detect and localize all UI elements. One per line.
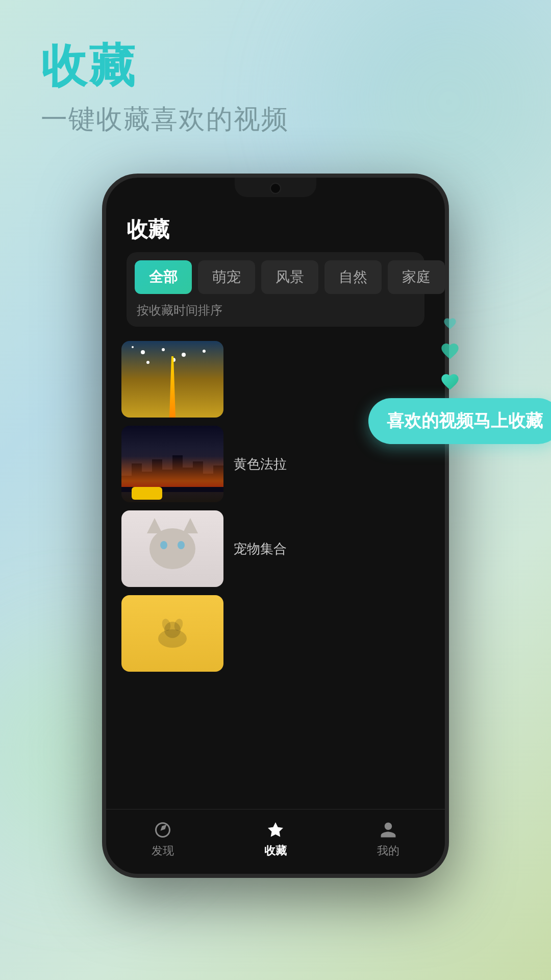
toast-text: 喜欢的视频马上收藏	[387, 411, 543, 430]
cat-eye-right	[178, 541, 185, 549]
main-title: 收藏	[41, 41, 289, 91]
city-taxi	[132, 487, 162, 500]
nav-profile[interactable]: 我的	[332, 820, 445, 859]
category-panel: 全部 萌宠 风景 自然 家庭 按收藏时间排序	[127, 252, 424, 327]
screen-content: 收藏 全部 萌宠 风景 自然 家庭 按收藏时间排序	[106, 203, 445, 874]
video-item-4[interactable]	[106, 595, 445, 672]
cat-eye-left	[160, 541, 167, 549]
cat-bg	[121, 510, 223, 587]
tab-nature[interactable]: 自然	[324, 260, 382, 294]
app-header-title: 收藏	[127, 215, 424, 244]
phone-frame: 收藏 全部 萌宠 风景 自然 家庭 按收藏时间排序	[102, 174, 449, 878]
dog-bg	[121, 595, 223, 672]
subtitle: 一键收藏喜欢的视频	[41, 102, 289, 137]
eiffel-tower	[167, 356, 178, 418]
compass-icon	[153, 820, 173, 840]
video-info-2: 黄色法拉	[234, 455, 430, 473]
nav-discover-label: 发现	[152, 843, 174, 859]
phone-screen: 收藏 全部 萌宠 风景 自然 家庭 按收藏时间排序	[106, 178, 445, 874]
category-tabs: 全部 萌宠 风景 自然 家庭	[135, 260, 416, 294]
cat-face	[149, 528, 195, 569]
phone-mockup: 收藏 全部 萌宠 风景 自然 家庭 按收藏时间排序	[102, 174, 449, 878]
video-thumb-dog	[121, 595, 223, 672]
video-item-3[interactable]: 宠物集合	[106, 510, 445, 587]
nav-discover[interactable]: 发现	[106, 820, 219, 859]
video-thumb-eiffel	[121, 341, 223, 418]
cat-eyes	[160, 541, 185, 549]
heart-medium-1	[439, 341, 461, 361]
tab-scenery[interactable]: 风景	[261, 260, 318, 294]
nav-profile-label: 我的	[377, 843, 399, 859]
video-thumb-city	[121, 426, 223, 502]
person-icon	[378, 820, 398, 840]
sort-label: 按收藏时间排序	[135, 302, 416, 318]
video-title-3: 宠物集合	[234, 540, 430, 558]
tab-pets[interactable]: 萌宠	[198, 260, 255, 294]
star-icon	[265, 820, 286, 840]
dog-silhouette	[152, 616, 193, 651]
tab-all[interactable]: 全部	[135, 260, 192, 294]
video-thumb-cat	[121, 510, 223, 587]
nav-favorites-label: 收藏	[264, 843, 287, 859]
video-title-2: 黄色法拉	[234, 455, 430, 473]
tab-family[interactable]: 家庭	[388, 260, 445, 294]
phone-notch	[235, 178, 316, 197]
heart-medium-2	[439, 372, 461, 392]
city-bg	[121, 426, 223, 502]
bottom-nav: 发现 收藏	[106, 809, 445, 874]
city-lights	[121, 456, 223, 487]
title-section: 收藏 一键收藏喜欢的视频	[41, 41, 289, 137]
nav-favorites[interactable]: 收藏	[219, 820, 332, 859]
cat-ear-left	[147, 518, 162, 533]
toast-bubble: 喜欢的视频马上收藏	[368, 398, 551, 444]
cat-ear-right	[183, 518, 198, 533]
stars	[132, 346, 134, 348]
app-header: 收藏	[106, 203, 445, 252]
heart-small-1	[442, 316, 458, 331]
video-info-3: 宠物集合	[234, 540, 430, 558]
phone-camera	[270, 183, 281, 194]
eiffel-bg	[121, 341, 223, 418]
